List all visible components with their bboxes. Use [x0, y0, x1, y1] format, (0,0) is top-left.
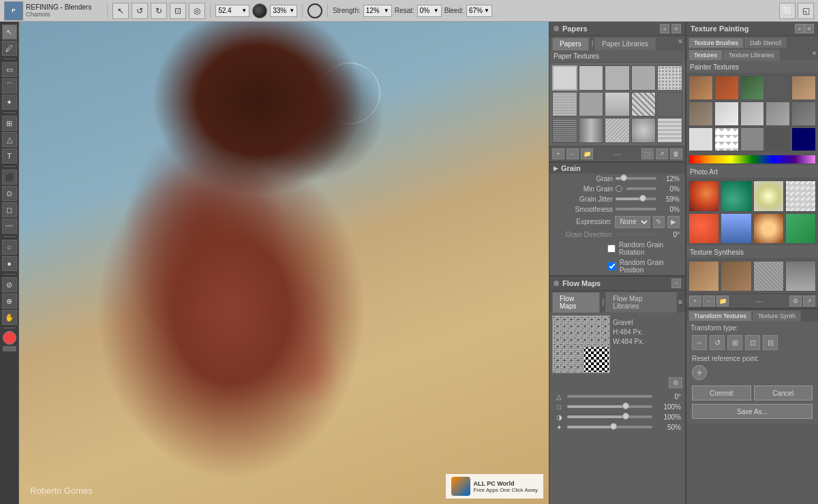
- paper-thumb-3[interactable]: [605, 65, 630, 91]
- compass-icon[interactable]: ✛: [692, 365, 707, 380]
- tool-shape[interactable]: △: [2, 132, 17, 147]
- paper-thumb-14[interactable]: [631, 118, 656, 143]
- tool-redo-btn[interactable]: ↻: [151, 3, 167, 19]
- photo-thumb-2[interactable]: [721, 180, 751, 211]
- paper-thumb-6[interactable]: [552, 92, 577, 117]
- tool-rect[interactable]: ▭: [2, 62, 17, 77]
- color-swatch[interactable]: [3, 331, 16, 345]
- save-as-btn[interactable]: Save As...: [692, 404, 813, 419]
- paper-thumb-12[interactable]: [579, 118, 604, 143]
- grain-jitter-slider[interactable]: [616, 198, 656, 200]
- photo-thumb-7[interactable]: [753, 213, 784, 244]
- tab-texture-libraries[interactable]: Texture Libraries: [723, 50, 780, 61]
- tex-thumb-14[interactable]: [766, 127, 790, 152]
- random-position-checkbox[interactable]: [608, 262, 616, 270]
- tool-rotate-btn[interactable]: ↺: [132, 3, 148, 19]
- tool-arrow[interactable]: ↖: [2, 25, 17, 40]
- synth-export-btn[interactable]: ↗: [803, 296, 815, 306]
- tab-texture-synth[interactable]: Texture Synth: [753, 311, 801, 321]
- smoothness-slider[interactable]: [616, 208, 656, 210]
- paper-trash-btn[interactable]: 🗑: [670, 148, 682, 159]
- tex-thumb-15[interactable]: [791, 127, 816, 152]
- photo-thumb-5[interactable]: [688, 213, 719, 244]
- paper-thumb-4[interactable]: [631, 65, 656, 91]
- tool-circle-btn[interactable]: ◎: [189, 3, 205, 19]
- tool-clone[interactable]: ⊙: [2, 186, 17, 201]
- tex-thumb-6[interactable]: [688, 101, 713, 126]
- expression-edit-btn[interactable]: ✎: [653, 216, 665, 228]
- texture-libs-menu[interactable]: ≡: [813, 50, 816, 61]
- photo-thumb-8[interactable]: [785, 213, 816, 244]
- tex-thumb-7[interactable]: [714, 101, 739, 126]
- tool-crop[interactable]: ⊞: [2, 116, 17, 131]
- flowmaps-menu-btn[interactable]: ≡: [678, 298, 682, 306]
- tab-papers[interactable]: Papers: [552, 37, 589, 50]
- papers-close-btn[interactable]: ×: [660, 24, 669, 33]
- scale-slider[interactable]: [567, 405, 652, 408]
- grain-dir-slider[interactable]: [616, 233, 656, 236]
- synth-thumb-4[interactable]: [785, 261, 816, 292]
- tex-thumb-8[interactable]: [740, 101, 765, 126]
- tool-eraser[interactable]: ◻: [2, 202, 17, 217]
- tool-brush[interactable]: 🖊: [2, 41, 17, 56]
- paper-folder-btn[interactable]: 📁: [581, 148, 593, 159]
- tex-thumb-1[interactable]: [688, 76, 713, 100]
- tab-transform-textures[interactable]: Transform Textures: [688, 311, 752, 321]
- expression-more-btn[interactable]: ▶: [667, 216, 680, 228]
- paper-thumb-5[interactable]: [657, 65, 682, 91]
- tool-text[interactable]: T: [2, 148, 17, 163]
- synth-thumb-3[interactable]: [753, 261, 784, 292]
- paper-thumb-7[interactable]: [579, 92, 604, 117]
- tex-thumb-13[interactable]: [740, 127, 765, 152]
- paper-export-btn[interactable]: ↗: [656, 148, 668, 159]
- tex-thumb-5[interactable]: [791, 76, 816, 100]
- transform-flip-btn[interactable]: ⊟: [763, 335, 778, 350]
- tool-nav-btn[interactable]: ↖: [112, 3, 129, 19]
- paper-thumb-11[interactable]: [552, 118, 577, 143]
- paper-thumb-15[interactable]: [657, 118, 682, 143]
- paper-thumb-8[interactable]: [605, 92, 630, 117]
- synth-del-btn[interactable]: −: [703, 296, 715, 306]
- commit-btn[interactable]: Commit: [692, 385, 751, 400]
- grain-slider[interactable]: [616, 177, 656, 180]
- tex-thumb-9[interactable]: [766, 101, 790, 126]
- tex-thumb-2[interactable]: [714, 76, 739, 100]
- tex-thumb-10[interactable]: [791, 101, 816, 126]
- transform-shear-btn[interactable]: ⊡: [745, 335, 760, 350]
- flowmaps-close-btn[interactable]: ○: [671, 279, 681, 288]
- grain-header[interactable]: ▶ Grain: [549, 163, 685, 174]
- tool-smudge[interactable]: 〰: [2, 219, 17, 234]
- texture-close-btn[interactable]: ×: [795, 24, 804, 33]
- photo-thumb-3[interactable]: [753, 180, 784, 211]
- expression-select[interactable]: None: [615, 216, 650, 228]
- synth-add-btn[interactable]: +: [689, 296, 701, 306]
- window-minimize-btn[interactable]: ⬜: [779, 3, 796, 19]
- rainbow-thumb[interactable]: [688, 155, 816, 164]
- photo-thumb-6[interactable]: [721, 213, 751, 244]
- paper-thumb-9[interactable]: [631, 92, 656, 117]
- tool-eyedrop[interactable]: ⊘: [2, 277, 17, 292]
- papers-menu-btn[interactable]: ≡: [671, 24, 681, 33]
- papers-collapse-dot[interactable]: [554, 26, 559, 31]
- cancel-btn[interactable]: Cancel: [754, 385, 813, 400]
- tool-dodge[interactable]: ○: [2, 240, 17, 255]
- transform-rotate-btn[interactable]: ↺: [710, 335, 725, 350]
- flowmap-settings-btn[interactable]: ⚙: [669, 377, 682, 388]
- papers-menu-icon[interactable]: ≡: [678, 37, 682, 50]
- window-app-btn[interactable]: ◱: [798, 3, 814, 19]
- paper-thumb-13[interactable]: [605, 118, 630, 143]
- bleed-input[interactable]: 67% ▼: [466, 5, 492, 17]
- transform-scale-btn[interactable]: ⊞: [727, 335, 742, 350]
- paper-delete-btn[interactable]: −: [566, 148, 579, 159]
- tool-color-picker[interactable]: [3, 346, 16, 351]
- min-grain-slider[interactable]: [626, 187, 656, 190]
- tex-thumb-11[interactable]: [688, 127, 713, 152]
- flowmaps-dot[interactable]: [554, 281, 559, 286]
- synth-gear-btn[interactable]: ⚙: [789, 296, 802, 306]
- paper-thumb-2[interactable]: [579, 65, 604, 91]
- tex-thumb-4[interactable]: [766, 76, 790, 100]
- resat-input[interactable]: 0% ▼: [417, 5, 442, 17]
- tab-flow-maps[interactable]: Flow Maps: [552, 292, 600, 313]
- tab-paper-libraries[interactable]: Paper Libraries: [594, 37, 656, 50]
- paper-add-btn[interactable]: +: [552, 148, 564, 159]
